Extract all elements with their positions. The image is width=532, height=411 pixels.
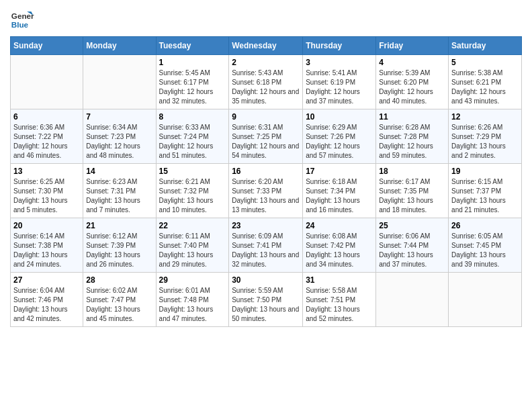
day-info: Sunrise: 5:58 AM Sunset: 7:51 PM Dayligh… <box>306 286 373 324</box>
day-info: Sunrise: 6:02 AM Sunset: 7:47 PM Dayligh… <box>86 286 152 324</box>
day-number: 23 <box>232 221 300 230</box>
calendar-cell <box>11 55 83 109</box>
day-info: Sunrise: 6:33 AM Sunset: 7:24 PM Dayligh… <box>159 123 226 161</box>
week-row-3: 13Sunrise: 6:25 AM Sunset: 7:30 PM Dayli… <box>11 164 522 218</box>
col-header-monday: Monday <box>83 37 156 55</box>
calendar-cell: 21Sunrise: 6:12 AM Sunset: 7:39 PM Dayli… <box>83 218 156 273</box>
calendar-cell: 31Sunrise: 5:58 AM Sunset: 7:51 PM Dayli… <box>303 273 376 327</box>
day-number: 8 <box>159 112 226 122</box>
day-info: Sunrise: 6:21 AM Sunset: 7:32 PM Dayligh… <box>159 177 226 215</box>
day-info: Sunrise: 6:06 AM Sunset: 7:44 PM Dayligh… <box>379 232 445 269</box>
col-header-friday: Friday <box>376 37 449 55</box>
day-number: 13 <box>13 167 80 176</box>
day-number: 30 <box>232 275 300 285</box>
calendar-cell: 5Sunrise: 5:38 AM Sunset: 6:21 PM Daylig… <box>449 55 522 109</box>
col-header-tuesday: Tuesday <box>156 37 229 55</box>
day-info: Sunrise: 5:45 AM Sunset: 6:17 PM Dayligh… <box>159 68 226 106</box>
day-info: Sunrise: 6:09 AM Sunset: 7:41 PM Dayligh… <box>232 232 300 269</box>
calendar-table: SundayMondayTuesdayWednesdayThursdayFrid… <box>10 36 522 327</box>
calendar-cell: 30Sunrise: 5:59 AM Sunset: 7:50 PM Dayli… <box>229 273 303 327</box>
day-info: Sunrise: 6:08 AM Sunset: 7:42 PM Dayligh… <box>306 232 373 269</box>
calendar-cell: 1Sunrise: 5:45 AM Sunset: 6:17 PM Daylig… <box>156 55 229 109</box>
day-number: 4 <box>379 58 445 67</box>
col-header-wednesday: Wednesday <box>229 37 303 55</box>
day-info: Sunrise: 6:20 AM Sunset: 7:33 PM Dayligh… <box>232 177 300 215</box>
day-number: 11 <box>379 112 445 122</box>
day-number: 21 <box>86 221 152 230</box>
calendar-cell: 27Sunrise: 6:04 AM Sunset: 7:46 PM Dayli… <box>11 273 83 327</box>
calendar-cell <box>376 273 449 327</box>
day-info: Sunrise: 6:11 AM Sunset: 7:40 PM Dayligh… <box>159 232 226 269</box>
day-info: Sunrise: 6:04 AM Sunset: 7:46 PM Dayligh… <box>13 286 80 324</box>
header-row: SundayMondayTuesdayWednesdayThursdayFrid… <box>11 37 522 55</box>
calendar-cell: 3Sunrise: 5:41 AM Sunset: 6:19 PM Daylig… <box>303 55 376 109</box>
col-header-thursday: Thursday <box>303 37 376 55</box>
calendar-cell: 26Sunrise: 6:05 AM Sunset: 7:45 PM Dayli… <box>449 218 522 273</box>
calendar-cell: 19Sunrise: 6:15 AM Sunset: 7:37 PM Dayli… <box>449 164 522 218</box>
calendar-cell: 12Sunrise: 6:26 AM Sunset: 7:29 PM Dayli… <box>449 109 522 164</box>
day-info: Sunrise: 6:34 AM Sunset: 7:23 PM Dayligh… <box>86 123 152 161</box>
day-number: 29 <box>159 275 226 285</box>
day-number: 1 <box>159 58 226 67</box>
calendar-cell: 16Sunrise: 6:20 AM Sunset: 7:33 PM Dayli… <box>229 164 303 218</box>
day-number: 7 <box>86 112 152 122</box>
calendar-cell: 4Sunrise: 5:39 AM Sunset: 6:20 PM Daylig… <box>376 55 449 109</box>
calendar-cell: 24Sunrise: 6:08 AM Sunset: 7:42 PM Dayli… <box>303 218 376 273</box>
day-info: Sunrise: 6:28 AM Sunset: 7:28 PM Dayligh… <box>379 123 445 161</box>
day-info: Sunrise: 5:43 AM Sunset: 6:18 PM Dayligh… <box>232 68 300 106</box>
day-number: 20 <box>13 221 80 230</box>
col-header-saturday: Saturday <box>449 37 522 55</box>
calendar-cell: 20Sunrise: 6:14 AM Sunset: 7:38 PM Dayli… <box>11 218 83 273</box>
day-info: Sunrise: 6:23 AM Sunset: 7:31 PM Dayligh… <box>86 177 152 215</box>
calendar-cell: 18Sunrise: 6:17 AM Sunset: 7:35 PM Dayli… <box>376 164 449 218</box>
day-info: Sunrise: 5:39 AM Sunset: 6:20 PM Dayligh… <box>379 68 445 106</box>
day-number: 18 <box>379 167 445 176</box>
calendar-cell: 10Sunrise: 6:29 AM Sunset: 7:26 PM Dayli… <box>303 109 376 164</box>
calendar-cell: 7Sunrise: 6:34 AM Sunset: 7:23 PM Daylig… <box>83 109 156 164</box>
day-info: Sunrise: 6:01 AM Sunset: 7:48 PM Dayligh… <box>159 286 226 324</box>
day-number: 25 <box>379 221 445 230</box>
day-info: Sunrise: 6:31 AM Sunset: 7:25 PM Dayligh… <box>232 123 300 161</box>
calendar-cell: 28Sunrise: 6:02 AM Sunset: 7:47 PM Dayli… <box>83 273 156 327</box>
day-number: 22 <box>159 221 226 230</box>
calendar-cell: 13Sunrise: 6:25 AM Sunset: 7:30 PM Dayli… <box>11 164 83 218</box>
day-info: Sunrise: 5:59 AM Sunset: 7:50 PM Dayligh… <box>232 286 300 324</box>
calendar-cell: 25Sunrise: 6:06 AM Sunset: 7:44 PM Dayli… <box>376 218 449 273</box>
calendar-cell: 9Sunrise: 6:31 AM Sunset: 7:25 PM Daylig… <box>229 109 303 164</box>
day-number: 28 <box>86 275 152 285</box>
logo: General Blue <box>10 7 34 31</box>
day-number: 19 <box>451 167 519 176</box>
day-number: 15 <box>159 167 226 176</box>
day-number: 16 <box>232 167 300 176</box>
calendar-cell: 6Sunrise: 6:36 AM Sunset: 7:22 PM Daylig… <box>11 109 83 164</box>
day-number: 10 <box>306 112 373 122</box>
day-info: Sunrise: 6:15 AM Sunset: 7:37 PM Dayligh… <box>451 177 519 215</box>
calendar-cell: 14Sunrise: 6:23 AM Sunset: 7:31 PM Dayli… <box>83 164 156 218</box>
calendar-cell <box>83 55 156 109</box>
week-row-5: 27Sunrise: 6:04 AM Sunset: 7:46 PM Dayli… <box>11 273 522 327</box>
day-info: Sunrise: 6:36 AM Sunset: 7:22 PM Dayligh… <box>13 123 80 161</box>
col-header-sunday: Sunday <box>11 37 83 55</box>
day-number: 12 <box>451 112 519 122</box>
calendar-cell: 8Sunrise: 6:33 AM Sunset: 7:24 PM Daylig… <box>156 109 229 164</box>
calendar-cell: 29Sunrise: 6:01 AM Sunset: 7:48 PM Dayli… <box>156 273 229 327</box>
day-number: 27 <box>13 275 80 285</box>
day-info: Sunrise: 5:41 AM Sunset: 6:19 PM Dayligh… <box>306 68 373 106</box>
day-info: Sunrise: 6:25 AM Sunset: 7:30 PM Dayligh… <box>13 177 80 215</box>
week-row-2: 6Sunrise: 6:36 AM Sunset: 7:22 PM Daylig… <box>11 109 522 164</box>
calendar-cell: 22Sunrise: 6:11 AM Sunset: 7:40 PM Dayli… <box>156 218 229 273</box>
day-info: Sunrise: 6:17 AM Sunset: 7:35 PM Dayligh… <box>379 177 445 215</box>
calendar-cell: 23Sunrise: 6:09 AM Sunset: 7:41 PM Dayli… <box>229 218 303 273</box>
page-header: General Blue <box>10 7 522 31</box>
calendar-cell <box>449 273 522 327</box>
day-number: 5 <box>451 58 519 67</box>
day-info: Sunrise: 6:29 AM Sunset: 7:26 PM Dayligh… <box>306 123 373 161</box>
day-number: 31 <box>306 275 373 285</box>
day-info: Sunrise: 6:14 AM Sunset: 7:38 PM Dayligh… <box>13 232 80 269</box>
day-number: 2 <box>232 58 300 67</box>
calendar-cell: 11Sunrise: 6:28 AM Sunset: 7:28 PM Dayli… <box>376 109 449 164</box>
day-info: Sunrise: 5:38 AM Sunset: 6:21 PM Dayligh… <box>451 68 519 106</box>
day-number: 3 <box>306 58 373 67</box>
week-row-4: 20Sunrise: 6:14 AM Sunset: 7:38 PM Dayli… <box>11 218 522 273</box>
day-info: Sunrise: 6:12 AM Sunset: 7:39 PM Dayligh… <box>86 232 152 269</box>
